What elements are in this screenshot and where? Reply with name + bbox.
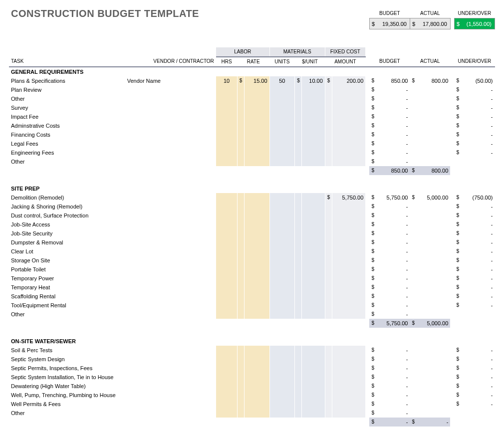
vendor-name[interactable]: Vendor Name xyxy=(125,76,216,85)
row-budget[interactable]: - xyxy=(377,283,410,292)
vendor-name[interactable] xyxy=(125,292,216,301)
labor-hrs[interactable] xyxy=(216,112,237,121)
labor-hrs[interactable] xyxy=(216,202,237,211)
task-name[interactable]: Adminstrative Costs xyxy=(9,121,125,130)
labor-hrs[interactable] xyxy=(216,382,237,391)
row-budget[interactable]: - xyxy=(377,256,410,265)
materials-units[interactable] xyxy=(269,382,295,391)
row-actual[interactable]: 800.00 xyxy=(417,76,451,85)
row-diff[interactable]: - xyxy=(462,292,495,301)
materials-units[interactable] xyxy=(269,265,295,274)
task-name[interactable]: Septic System Installation, Tie in to Ho… xyxy=(9,373,125,382)
task-name[interactable]: Well Permits & Fees xyxy=(9,400,125,409)
row-diff[interactable]: - xyxy=(462,148,495,157)
materials-units[interactable] xyxy=(269,346,295,355)
row-budget[interactable]: - xyxy=(377,265,410,274)
row-diff[interactable]: - xyxy=(462,121,495,130)
vendor-name[interactable] xyxy=(125,346,216,355)
subtotal-budget[interactable]: - xyxy=(377,418,410,427)
row-budget[interactable]: - xyxy=(377,229,410,238)
row-budget[interactable]: - xyxy=(377,301,410,310)
row-budget[interactable]: - xyxy=(377,382,410,391)
row-diff[interactable]: - xyxy=(462,265,495,274)
row-budget[interactable]: - xyxy=(377,238,410,247)
row-budget[interactable]: - xyxy=(377,220,410,229)
materials-units[interactable] xyxy=(269,301,295,310)
labor-hrs[interactable] xyxy=(216,364,237,373)
row-diff[interactable]: - xyxy=(462,112,495,121)
fixed-amount[interactable]: 200.00 xyxy=(332,76,365,85)
task-name[interactable]: Other xyxy=(9,157,125,166)
summary-diff-value[interactable]: (1,550.00) xyxy=(462,18,495,29)
labor-hrs[interactable] xyxy=(216,355,237,364)
task-name[interactable]: Other xyxy=(9,409,125,418)
labor-hrs[interactable] xyxy=(216,265,237,274)
row-budget[interactable]: 850.00 xyxy=(377,76,410,85)
task-name[interactable]: Engineering Fees xyxy=(9,148,125,157)
vendor-name[interactable] xyxy=(125,373,216,382)
row-budget[interactable]: - xyxy=(377,247,410,256)
task-name[interactable]: Dewatering (High Water Table) xyxy=(9,382,125,391)
row-budget[interactable]: - xyxy=(377,148,410,157)
materials-units[interactable] xyxy=(269,220,295,229)
task-name[interactable]: Legal Fees xyxy=(9,139,125,148)
fixed-amount[interactable]: 5,750.00 xyxy=(332,193,365,202)
labor-hrs[interactable] xyxy=(216,94,237,103)
materials-units[interactable] xyxy=(269,139,295,148)
materials-units[interactable] xyxy=(269,274,295,283)
row-budget[interactable]: - xyxy=(377,310,410,319)
vendor-name[interactable] xyxy=(125,121,216,130)
task-name[interactable]: Well, Pump, Trenching, Plumbing to House xyxy=(9,391,125,400)
vendor-name[interactable] xyxy=(125,265,216,274)
labor-hrs[interactable] xyxy=(216,301,237,310)
materials-units[interactable]: 50 xyxy=(269,76,295,85)
labor-hrs[interactable] xyxy=(216,373,237,382)
task-name[interactable]: Dust control, Surface Protection xyxy=(9,211,125,220)
row-diff[interactable]: - xyxy=(462,400,495,409)
task-name[interactable]: Demolition (Remodel) xyxy=(9,193,125,202)
materials-units[interactable] xyxy=(269,400,295,409)
vendor-name[interactable] xyxy=(125,355,216,364)
row-diff[interactable]: - xyxy=(462,391,495,400)
task-name[interactable]: Temporary Power xyxy=(9,274,125,283)
row-budget[interactable]: - xyxy=(377,103,410,112)
row-budget[interactable]: - xyxy=(377,211,410,220)
materials-units[interactable] xyxy=(269,292,295,301)
row-diff[interactable]: - xyxy=(462,130,495,139)
row-budget[interactable]: - xyxy=(377,157,410,166)
row-diff[interactable]: - xyxy=(462,202,495,211)
labor-hrs[interactable] xyxy=(216,211,237,220)
labor-hrs[interactable] xyxy=(216,121,237,130)
materials-units[interactable] xyxy=(269,355,295,364)
row-diff[interactable]: - xyxy=(462,346,495,355)
task-name[interactable]: Temporary Heat xyxy=(9,283,125,292)
labor-hrs[interactable] xyxy=(216,283,237,292)
materials-units[interactable] xyxy=(269,283,295,292)
task-name[interactable]: Impact Fee xyxy=(9,112,125,121)
vendor-name[interactable] xyxy=(125,211,216,220)
labor-hrs[interactable]: 10 xyxy=(216,76,237,85)
materials-units[interactable] xyxy=(269,130,295,139)
task-name[interactable]: Plans & Specifications xyxy=(9,76,125,85)
vendor-name[interactable] xyxy=(125,238,216,247)
task-name[interactable]: Jacking & Shoring (Remodel) xyxy=(9,202,125,211)
row-diff[interactable]: - xyxy=(462,103,495,112)
labor-hrs[interactable] xyxy=(216,103,237,112)
row-budget[interactable]: - xyxy=(377,274,410,283)
materials-units[interactable] xyxy=(269,373,295,382)
vendor-name[interactable] xyxy=(125,247,216,256)
row-budget[interactable]: - xyxy=(377,373,410,382)
vendor-name[interactable] xyxy=(125,256,216,265)
row-budget[interactable]: - xyxy=(377,409,410,418)
summary-actual-value[interactable]: 17,800.00 xyxy=(417,18,451,29)
row-diff[interactable]: - xyxy=(462,139,495,148)
labor-hrs[interactable] xyxy=(216,85,237,94)
row-diff[interactable]: - xyxy=(462,364,495,373)
task-name[interactable]: Portable Toilet xyxy=(9,265,125,274)
vendor-name[interactable] xyxy=(125,283,216,292)
vendor-name[interactable] xyxy=(125,391,216,400)
labor-hrs[interactable] xyxy=(216,238,237,247)
row-diff[interactable]: - xyxy=(462,301,495,310)
row-budget[interactable]: - xyxy=(377,292,410,301)
labor-hrs[interactable] xyxy=(216,220,237,229)
